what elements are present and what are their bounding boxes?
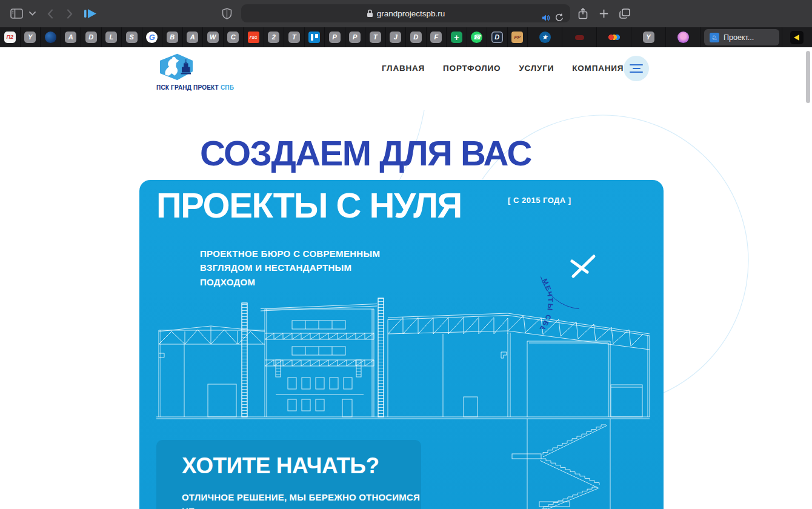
two-favicon: 2: [268, 32, 279, 43]
site-favicon: [710, 33, 719, 42]
y-letter-2-favicon: Y: [643, 32, 654, 43]
bookmark-d-dark-icon[interactable]: D: [487, 27, 508, 47]
bookmark-p-letter-icon[interactable]: P: [325, 27, 345, 47]
hero-title-line1: СОЗДАЕМ ДЛЯ ВАС: [200, 133, 531, 173]
bookmark-t-letter-icon[interactable]: T: [284, 27, 305, 47]
lock-icon: [367, 9, 373, 18]
menu-button[interactable]: [624, 56, 649, 81]
bookmark-star-badge-icon[interactable]: ★: [528, 27, 562, 47]
bookmark-d-letter-icon[interactable]: D: [81, 27, 102, 47]
t-letter-favicon: T: [288, 32, 300, 43]
cta-text-line: ОТЛИЧНОЕ РЕШЕНИЕ, МЫ БЕРЕЖНО ОТНОСИМСЯ Н…: [182, 491, 421, 509]
browser-tab[interactable]: Проект...: [704, 29, 779, 45]
yellow-arrow-icon: [794, 35, 799, 41]
bookmark-color-dots-icon[interactable]: [597, 27, 631, 47]
extension-play-icon[interactable]: [82, 0, 99, 27]
back-button[interactable]: [42, 0, 58, 27]
bookmark-t-letter-2-icon[interactable]: T: [365, 27, 386, 47]
fsg-favicon: FSG: [248, 32, 259, 43]
bookmark-l-letter-icon[interactable]: L: [102, 27, 122, 47]
b-letter-favicon: B: [167, 32, 178, 43]
y-letter-favicon: Y: [24, 32, 36, 43]
bookmark-pp-gold-icon[interactable]: PP: [508, 27, 528, 47]
j-letter-favicon: J: [390, 32, 401, 43]
audio-mute-button[interactable]: [540, 8, 552, 27]
cta-title: ХОТИТЕ НАЧАТЬ?: [182, 453, 421, 479]
hero-title-line2: ПРОЕКТЫ С НУЛЯ: [156, 185, 462, 225]
p2-favicon: П2: [4, 32, 16, 43]
forward-button[interactable]: [62, 0, 78, 27]
nav-item-company[interactable]: КОМПАНИЯ: [572, 64, 624, 73]
star-badge-favicon: ★: [539, 32, 551, 43]
bookmark-p-letter-2-icon[interactable]: P: [345, 27, 366, 47]
share-button[interactable]: [574, 0, 591, 27]
logo-text: ПСК ГРАНД ПРОЕКТ СПБ: [156, 84, 234, 91]
bookmark-a-letter-icon[interactable]: A: [61, 27, 82, 47]
bookmark-fsg-icon[interactable]: FSG: [244, 27, 264, 47]
hero-card: ПРОЕКТЫ С НУЛЯ [ С 2015 ГОДА ] ПРОЕКТНОЕ…: [139, 180, 664, 509]
browser-chrome: grandprojectspb.ru П2YADLSGBAWCFSG2TPPTJ…: [0, 0, 812, 47]
tab-overview-button[interactable]: [616, 0, 634, 27]
f-letter-favicon: F: [430, 32, 442, 43]
green-plus-favicon: +: [451, 32, 462, 43]
tab-title: Проект...: [724, 33, 754, 42]
pinned-app-icon[interactable]: [790, 31, 804, 44]
bookmark-b-letter-icon[interactable]: B: [162, 27, 183, 47]
trello-favicon: [308, 32, 320, 43]
page-content: ПСК ГРАНД ПРОЕКТ СПБ ГЛАВНАЯ ПОРТФОЛИО У…: [0, 47, 812, 509]
bookmark-google-icon[interactable]: G: [142, 27, 163, 47]
bookmark-p2-icon[interactable]: П2: [0, 27, 21, 47]
nav-item-home[interactable]: ГЛАВНАЯ: [382, 64, 425, 73]
pp-gold-favicon: PP: [511, 32, 523, 43]
bookmark-j-letter-icon[interactable]: J: [386, 27, 407, 47]
bookmark-dark-red-icon[interactable]: [562, 27, 597, 47]
privacy-shield-icon[interactable]: [219, 0, 234, 27]
bookmark-two-icon[interactable]: 2: [264, 27, 285, 47]
bookmark-c-letter-icon[interactable]: C: [224, 27, 244, 47]
blue-sphere-favicon: [45, 32, 56, 43]
d-dark-favicon: D: [491, 32, 503, 43]
company-logo[interactable]: ПСК ГРАНД ПРОЕКТ СПБ: [156, 53, 234, 91]
color-dots-favicon: [608, 32, 620, 43]
bookmark-whatsapp-icon[interactable]: ☎: [467, 27, 488, 47]
whatsapp-favicon: ☎: [471, 32, 482, 43]
d-letter-2-favicon: D: [410, 32, 422, 43]
bookmark-w-letter-icon[interactable]: W: [203, 27, 224, 47]
p-letter-2-favicon: P: [349, 32, 361, 43]
d-letter-favicon: D: [85, 32, 97, 43]
bookmark-s-letter-icon[interactable]: S: [122, 27, 142, 47]
nav-item-services[interactable]: УСЛУГИ: [519, 64, 554, 73]
bookmark-a-letter-2-icon[interactable]: A: [183, 27, 204, 47]
bookmark-blue-sphere-icon[interactable]: [41, 27, 61, 47]
nav-item-portfolio[interactable]: ПОРТФОЛИО: [443, 64, 501, 73]
t-letter-2-favicon: T: [370, 32, 381, 43]
plane-icon: [572, 256, 594, 276]
p-letter-favicon: P: [329, 32, 341, 43]
logo-emblem-icon: [156, 53, 196, 81]
bookmarks-bar: П2YADLSGBAWCFSG2TPPTJDF+☎DPP★Y Проект...: [0, 27, 812, 47]
hero-subtitle: ПРОЕКТНОЕ БЮРО С СОВРЕМЕННЫМ ВЗГЛЯДОМ И …: [200, 247, 380, 289]
pinned-app-slot: [782, 27, 811, 47]
bookmark-d-letter-2-icon[interactable]: D: [406, 27, 427, 47]
l-letter-favicon: L: [105, 32, 117, 43]
bookmark-y-letter-2-icon[interactable]: Y: [631, 27, 666, 47]
address-bar[interactable]: grandprojectspb.ru: [241, 4, 570, 22]
url-text: grandprojectspb.ru: [377, 9, 445, 18]
browser-toolbar: grandprojectspb.ru: [0, 0, 812, 27]
main-nav: ГЛАВНАЯ ПОРТФОЛИО УСЛУГИ КОМПАНИЯ: [382, 64, 624, 73]
reload-button[interactable]: [553, 8, 566, 27]
bookmark-purple-brain-icon[interactable]: [666, 27, 701, 47]
purple-brain-favicon: [677, 32, 689, 43]
bookmark-trello-icon[interactable]: [305, 27, 325, 47]
dark-red-favicon: [575, 35, 584, 40]
cta-box: ХОТИТЕ НАЧАТЬ? ОТЛИЧНОЕ РЕШЕНИЕ, МЫ БЕРЕ…: [156, 440, 421, 509]
chevron-down-icon[interactable]: [27, 0, 38, 27]
new-tab-button[interactable]: [595, 0, 612, 27]
scrollbar-thumb[interactable]: [806, 51, 810, 103]
w-letter-favicon: W: [207, 32, 219, 43]
sidebar-toggle-button[interactable]: [7, 0, 25, 27]
rotating-text-badge: МЕЧТЫ СБЫВАЮТСЯ ВМЕСТЕ С ГРАНД ПРОЕКТ СП…: [519, 202, 647, 329]
bookmark-f-letter-icon[interactable]: F: [427, 27, 447, 47]
bookmark-green-plus-icon[interactable]: +: [447, 27, 467, 47]
bookmark-y-letter-icon[interactable]: Y: [21, 27, 41, 47]
